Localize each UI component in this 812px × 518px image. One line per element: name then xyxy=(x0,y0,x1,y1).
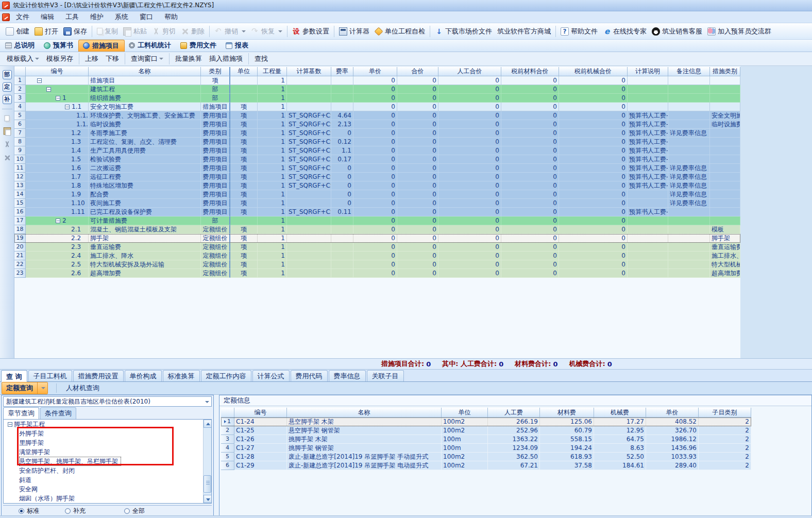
row-number[interactable]: 23 xyxy=(14,269,26,278)
cell-rate[interactable]: 4.64 xyxy=(331,111,353,120)
cell-base[interactable] xyxy=(287,190,331,199)
quota-cell-price[interactable]: 289.40 xyxy=(646,461,699,470)
cell-labor[interactable]: 0 xyxy=(438,252,501,260)
cell-labor[interactable]: 0 xyxy=(438,208,501,216)
cell-total[interactable]: 0 xyxy=(397,155,438,164)
menu-维护[interactable]: 维护 xyxy=(85,12,109,22)
quota-row-number[interactable]: 2 xyxy=(221,426,234,435)
row-number[interactable]: 3 xyxy=(14,94,26,103)
collapse-expander-icon[interactable]: − xyxy=(56,219,60,223)
cell-code[interactable]: 2.4 xyxy=(26,252,89,260)
menu-帮助[interactable]: 帮助 xyxy=(159,12,183,22)
table-row[interactable]: 51.1.1环境保护费、文明施工费、安全施工费费用项目项1ST_SQRGF+CS… xyxy=(14,111,740,120)
cell-code[interactable]: − xyxy=(26,85,89,94)
cell-price[interactable]: 0 xyxy=(353,199,397,208)
menu-工具[interactable]: 工具 xyxy=(60,12,84,22)
cell-calc[interactable] xyxy=(628,269,668,278)
quota-cell-cat[interactable]: 2 xyxy=(699,444,751,453)
cell-type[interactable]: 费用项目 xyxy=(201,129,230,138)
quota-row-number[interactable]: 5 xyxy=(221,453,234,461)
cell-cat[interactable] xyxy=(710,138,740,146)
quota-cell-code[interactable]: C1-25 xyxy=(234,426,287,435)
cell-total[interactable]: 0 xyxy=(397,173,438,181)
cell-base[interactable]: ST_SQRGF+CS_Z xyxy=(287,208,331,216)
cell-calc[interactable]: 预算书人工费- xyxy=(628,181,668,190)
quota-column-header-材料费[interactable]: 材料费 xyxy=(540,408,594,417)
cell-machine[interactable]: 0 xyxy=(559,269,628,278)
cell-code[interactable]: 1.8 xyxy=(26,181,89,190)
cell-type[interactable]: 费用项目 xyxy=(201,199,230,208)
row-number[interactable]: 15 xyxy=(14,199,26,208)
quota-column-header-机械费[interactable]: 机械费 xyxy=(594,408,646,417)
cell-material[interactable]: 0 xyxy=(501,120,559,129)
quota-row-number[interactable]: 4 xyxy=(221,444,234,453)
quota-cell-labor[interactable]: 362.50 xyxy=(488,453,540,461)
cell-name[interactable]: 远征工程费 xyxy=(89,173,201,181)
table-row[interactable]: 202.3垂直运输费定额组价项100000垂直运输费 xyxy=(14,243,740,252)
cell-qty[interactable]: 1 xyxy=(258,199,287,208)
quota-column-header-rownum[interactable] xyxy=(221,408,234,417)
bottom-tab-计算公式[interactable]: 计算公式 xyxy=(252,370,290,381)
cell-labor[interactable]: 0 xyxy=(438,155,501,164)
cell-rate[interactable]: 0 xyxy=(331,181,353,190)
cell-price[interactable]: 0 xyxy=(353,234,397,243)
cell-note[interactable] xyxy=(668,234,710,243)
row-number[interactable]: 5 xyxy=(14,111,26,120)
quota-cell-name[interactable]: 废止-新建总造字[2014]19 吊篮脚手架 手动提升式 xyxy=(287,453,442,461)
cell-code[interactable]: 1.3 xyxy=(26,138,89,146)
cell-material[interactable]: 0 xyxy=(501,199,559,208)
cell-machine[interactable]: 0 xyxy=(559,138,628,146)
dropdown-arrow-icon[interactable] xyxy=(159,58,163,60)
cell-name[interactable]: 夜间施工费 xyxy=(89,199,201,208)
cell-rate[interactable] xyxy=(331,76,353,85)
cell-labor[interactable]: 0 xyxy=(438,164,501,173)
table-row[interactable]: 2−建筑工程部100000 xyxy=(14,85,740,94)
collapse-expander-icon[interactable]: − xyxy=(46,87,51,92)
cell-qty[interactable]: 1 xyxy=(258,155,287,164)
cell-base[interactable]: ST_SQRGF+CS_Z xyxy=(287,120,331,129)
cell-labor[interactable]: 0 xyxy=(438,243,501,252)
cell-price[interactable]: 0 xyxy=(353,155,397,164)
quota-cell-unit[interactable]: 100m2 xyxy=(442,453,488,461)
cell-type[interactable]: 费用项目 xyxy=(201,146,230,155)
cell-base[interactable] xyxy=(287,225,331,234)
cell-note[interactable] xyxy=(668,85,710,94)
quota-row-number[interactable]: 1 xyxy=(221,417,234,426)
cell-cat[interactable] xyxy=(710,164,740,173)
table-row[interactable]: 151.10夜间施工费费用项目项1000000详见费率信息 xyxy=(14,199,740,208)
cell-rate[interactable] xyxy=(331,260,353,269)
cell-unit[interactable]: 项 xyxy=(230,199,258,208)
cell-material[interactable]: 0 xyxy=(501,190,559,199)
cell-type[interactable]: 部 xyxy=(201,85,230,94)
column-header-费率[interactable]: 费率 xyxy=(331,67,353,76)
cell-machine[interactable]: 0 xyxy=(559,111,628,120)
tree-item[interactable]: 斜道 xyxy=(4,475,211,484)
cell-rate[interactable]: 1.1 xyxy=(331,146,353,155)
toolbar-button-单位工程自检[interactable]: 单位工程自检 xyxy=(372,25,428,38)
cell-rate[interactable] xyxy=(331,103,353,111)
cell-price[interactable]: 0 xyxy=(353,181,397,190)
cell-material[interactable]: 0 xyxy=(501,225,559,234)
collapse-expander-icon[interactable]: − xyxy=(8,422,12,427)
cell-name[interactable]: 检验试验费 xyxy=(89,155,201,164)
cell-rate[interactable] xyxy=(331,234,353,243)
cell-qty[interactable]: 1 xyxy=(258,181,287,190)
quota-source-select[interactable]: 新疆建筑工程消耗量定额昌吉地区单位估价表(2010) xyxy=(3,396,212,407)
cell-base[interactable]: ST_SQRGF+CS_Z xyxy=(287,138,331,146)
cell-note[interactable] xyxy=(668,76,710,85)
cell-note[interactable] xyxy=(668,269,710,278)
cell-type[interactable]: 部 xyxy=(201,94,230,103)
cell-cat[interactable]: 脚手架 xyxy=(710,234,740,243)
cell-base[interactable]: ST_SQRGF+CS_Z xyxy=(287,129,331,138)
cell-unit[interactable]: 项 xyxy=(230,103,258,111)
row-number[interactable]: 16 xyxy=(14,208,26,216)
cell-unit[interactable]: 项 xyxy=(230,260,258,269)
cell-note[interactable] xyxy=(668,103,710,111)
cell-qty[interactable]: 1 xyxy=(258,190,287,199)
bottom-tab-单价构成[interactable]: 单价构成 xyxy=(125,370,162,381)
cell-machine[interactable]: 0 xyxy=(559,225,628,234)
cell-price[interactable]: 0 xyxy=(353,243,397,252)
cell-type[interactable]: 定额组价 xyxy=(201,225,230,234)
cell-labor[interactable]: 0 xyxy=(438,103,501,111)
cell-machine[interactable]: 0 xyxy=(559,173,628,181)
